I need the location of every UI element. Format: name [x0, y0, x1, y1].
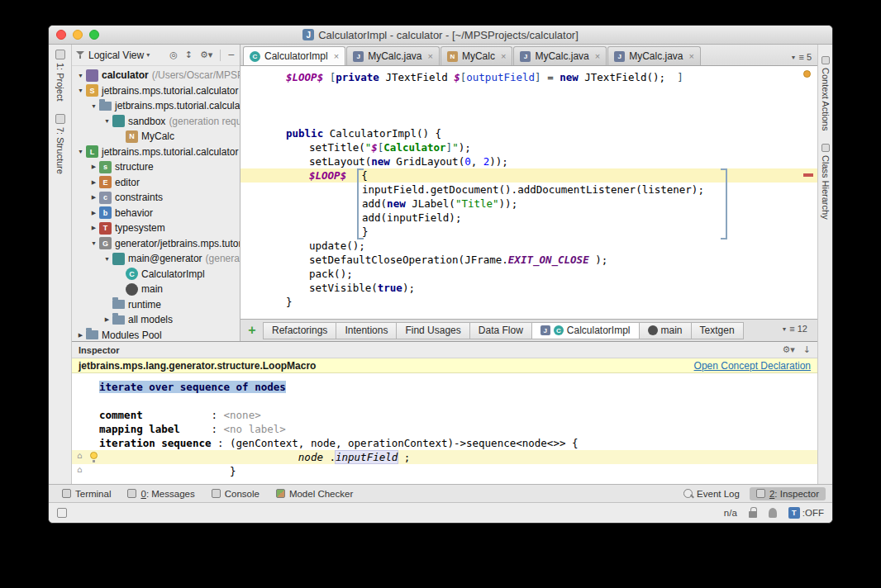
- hide-panel-icon[interactable]: ─: [226, 50, 236, 60]
- stripe-button[interactable]: Context Actions: [821, 56, 831, 130]
- tree-expand-arrow[interactable]: ▶: [102, 316, 112, 323]
- toolwindow-button[interactable]: Terminal: [55, 487, 117, 500]
- editor-tab[interactable]: JMyCalc.java×: [607, 46, 701, 65]
- editor-code-area[interactable]: $LOOP$ [private JTextField $[outputField…: [240, 66, 817, 319]
- tree-item[interactable]: ▶sstructure: [72, 159, 240, 175]
- tree-expand-arrow[interactable]: ▶: [88, 194, 99, 201]
- tree-expand-arrow[interactable]: ▼: [75, 149, 86, 154]
- bottom-tab[interactable]: Find Usages: [397, 322, 469, 339]
- close-window-button[interactable]: [56, 30, 66, 40]
- tree-expand-arrow[interactable]: ▼: [88, 103, 99, 109]
- gear-icon[interactable]: ⚙▾: [198, 50, 214, 60]
- code-line[interactable]: [72, 394, 817, 408]
- tree-expand-arrow[interactable]: ▼: [88, 240, 99, 246]
- editor-tabs-overflow[interactable]: ▼≡5: [791, 52, 817, 65]
- stripe-button[interactable]: 1: Project: [55, 50, 65, 101]
- intention-lightbulb-icon[interactable]: [90, 452, 98, 459]
- code-line[interactable]: }: [240, 295, 817, 309]
- tree-expand-arrow[interactable]: ▶: [75, 332, 86, 339]
- code-line[interactable]: mapping label : <no label>: [72, 422, 817, 436]
- code-line[interactable]: iterate over sequence of nodes: [72, 380, 817, 394]
- stripe-button[interactable]: 7: Structure: [55, 114, 65, 174]
- code-line[interactable]: pack();: [240, 267, 817, 281]
- code-line[interactable]: setTitle("$[Calculator]");: [240, 140, 817, 154]
- tree-item[interactable]: NMyCalc: [72, 129, 240, 145]
- tree-expand-arrow[interactable]: ▼: [75, 73, 86, 78]
- editor-tab[interactable]: CCalculatorImpl×: [243, 46, 345, 65]
- bottom-tab[interactable]: Textgen: [692, 322, 744, 339]
- tree-item[interactable]: ▼jetbrains.mps.tutorial.calculator: [72, 98, 240, 114]
- minimize-window-button[interactable]: [73, 30, 83, 40]
- code-line[interactable]: add(inputField);: [240, 211, 817, 225]
- bottom-tab[interactable]: Refactorings: [263, 322, 336, 339]
- view-filter-icon[interactable]: [76, 50, 84, 59]
- tree-item[interactable]: ▶Ttypesystem: [72, 220, 240, 236]
- code-line[interactable]: inputField.getDocument().addDocumentList…: [240, 183, 817, 197]
- tree-item[interactable]: ▶cconstraints: [72, 190, 240, 206]
- editor-tab[interactable]: NMyCalc×: [440, 46, 512, 65]
- code-line[interactable]: [240, 84, 817, 98]
- editor-tab[interactable]: JMyCalc.java×: [346, 46, 440, 65]
- dock-panel-icon[interactable]: ↓: [803, 344, 811, 355]
- code-line[interactable]: }: [72, 464, 817, 478]
- tree-item[interactable]: main: [72, 282, 240, 297]
- code-line[interactable]: $LOOP${: [240, 168, 817, 183]
- bottom-tab[interactable]: Intentions: [336, 322, 397, 339]
- code-line[interactable]: update();: [240, 239, 817, 253]
- add-aspect-button[interactable]: +: [245, 323, 260, 338]
- inspector-content[interactable]: iterate over sequence of nodes comment :…: [72, 373, 817, 484]
- tree-item[interactable]: ▼calculator(/Users/Oscar/MPSProjects/cal…: [72, 68, 240, 83]
- bottom-tabs-overflow[interactable]: ▼ ≡ 12: [781, 324, 813, 337]
- toolwindow-button[interactable]: Model Checker: [269, 487, 360, 500]
- stripe-button[interactable]: Class Hierarchy: [821, 144, 831, 220]
- toolwindow-button[interactable]: 0: Messages: [121, 487, 201, 500]
- tab-close-icon[interactable]: ×: [334, 51, 339, 61]
- tree-expand-arrow[interactable]: ▼: [75, 88, 86, 93]
- code-line[interactable]: add(new JLabel("Title"));: [240, 197, 817, 211]
- tree-item[interactable]: ▼main@generator(generation required): [72, 251, 240, 267]
- tree-item[interactable]: ▶all models: [72, 312, 240, 328]
- code-line[interactable]: comment : <none>: [72, 408, 817, 422]
- open-concept-declaration-link[interactable]: Open Concept Declaration: [694, 360, 811, 372]
- tree-item[interactable]: ▶Modules Pool: [72, 328, 240, 342]
- lock-icon[interactable]: [749, 511, 757, 518]
- tree-item[interactable]: ▶Eeditor: [72, 175, 240, 191]
- tree-item[interactable]: ▼Sjetbrains.mps.tutorial.calculator: [72, 83, 240, 99]
- tree-item[interactable]: ▼Ggenerator/jetbrains.mps.tutorial.calcu…: [72, 236, 240, 252]
- code-line[interactable]: setDefaultCloseOperation(JFrame.EXIT_ON_…: [240, 253, 817, 267]
- gear-icon[interactable]: ⚙▾: [782, 344, 794, 355]
- tree-expand-arrow[interactable]: ▶: [88, 210, 99, 216]
- highlighting-level-icon[interactable]: [769, 508, 777, 518]
- toolwindow-button[interactable]: 2: Inspector: [750, 487, 826, 500]
- toolwindow-button[interactable]: Event Log: [677, 487, 746, 500]
- tree-item[interactable]: CCalculatorImpl: [72, 267, 240, 282]
- tree-expand-arrow[interactable]: ▶: [88, 225, 99, 231]
- editor-tab[interactable]: JMyCalc.java×: [513, 46, 607, 65]
- error-stripe-mark[interactable]: [803, 173, 813, 177]
- code-line[interactable]: }: [240, 225, 817, 239]
- tree-expand-arrow[interactable]: ▼: [102, 256, 112, 262]
- tree-item[interactable]: ▶bbehavior: [72, 206, 240, 221]
- code-line[interactable]: [240, 112, 817, 126]
- tree-expand-arrow[interactable]: ▶: [88, 179, 99, 186]
- view-selector-dropdown[interactable]: Logical View ▾: [88, 50, 150, 61]
- tree-expand-arrow[interactable]: ▶: [88, 164, 99, 170]
- bottom-tab[interactable]: Data Flow: [470, 322, 532, 339]
- code-line[interactable]: public CalculatorImpl() {: [240, 126, 817, 140]
- tree-item[interactable]: ▼sandbox(generation required): [72, 114, 240, 130]
- typesystem-toggle[interactable]: T :OFF: [788, 507, 824, 519]
- locate-icon[interactable]: ◎: [168, 50, 179, 60]
- code-line[interactable]: iteration sequence : (genContext, node, …: [72, 436, 817, 450]
- code-line[interactable]: setVisible(true);: [240, 281, 817, 295]
- expand-collapse-icon[interactable]: ↕: [183, 50, 194, 60]
- code-line[interactable]: [240, 98, 817, 112]
- code-line[interactable]: $LOOP$ [private JTextField $[outputField…: [240, 70, 817, 84]
- tab-close-icon[interactable]: ×: [501, 51, 506, 61]
- toolwindow-button[interactable]: Console: [205, 487, 266, 500]
- tree-expand-arrow[interactable]: ▼: [102, 118, 112, 124]
- bottom-tab[interactable]: JCCalculatorImpl: [532, 322, 640, 339]
- analysis-status-indicator[interactable]: [803, 70, 811, 78]
- bottom-tab[interactable]: main: [640, 322, 692, 339]
- tab-close-icon[interactable]: ×: [689, 51, 694, 61]
- tab-close-icon[interactable]: ×: [595, 51, 600, 61]
